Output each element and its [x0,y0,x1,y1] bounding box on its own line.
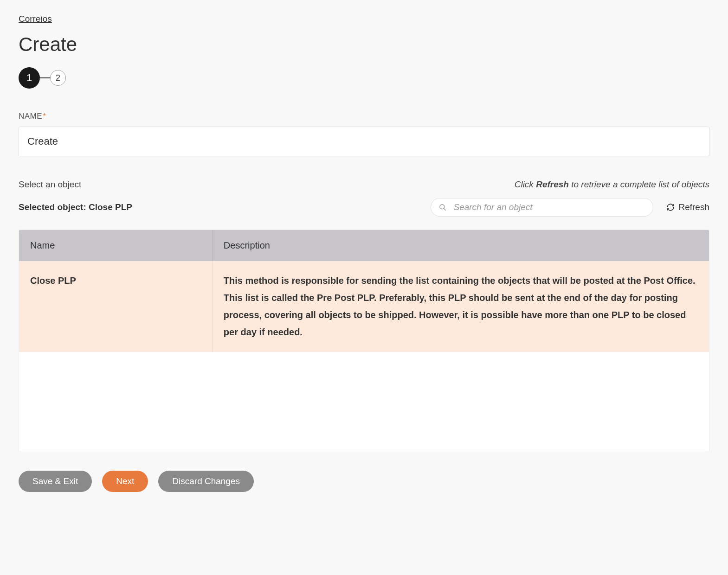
table-row[interactable]: Close PLP This method is responsible for… [19,261,709,352]
svg-point-0 [440,204,445,209]
next-button[interactable]: Next [102,471,148,492]
table-header-description[interactable]: Description [212,230,709,261]
discard-button[interactable]: Discard Changes [158,471,254,492]
hint-suffix: to retrieve a complete list of objects [569,179,709,189]
selected-prefix: Selected object: [19,202,89,212]
search-box[interactable] [431,198,653,217]
object-table: Name Description Close PLP This method i… [19,230,709,352]
refresh-hint: Click Refresh to retrieve a complete lis… [515,179,709,190]
search-input[interactable] [453,202,644,212]
page-title: Create [19,33,709,56]
selected-object-text: Selected object: Close PLP [19,202,132,212]
selected-value: Close PLP [89,202,132,212]
row-name: Close PLP [19,261,212,352]
step-2[interactable]: 2 [50,70,66,86]
name-label-text: NAME [19,112,42,121]
svg-line-1 [444,209,446,211]
object-table-container: Name Description Close PLP This method i… [19,230,709,452]
required-indicator: * [43,112,46,121]
name-input[interactable] [19,127,709,156]
step-1[interactable]: 1 [19,67,40,89]
stepper: 1 2 [19,67,709,89]
breadcrumb-link[interactable]: Correios [19,14,52,24]
step-connector [40,77,50,78]
button-row: Save & Exit Next Discard Changes [19,471,709,492]
table-header-name[interactable]: Name [19,230,212,261]
hint-prefix: Click [515,179,536,189]
refresh-button[interactable]: Refresh [666,202,709,212]
refresh-label: Refresh [678,202,709,212]
save-exit-button[interactable]: Save & Exit [19,471,92,492]
row-description: This method is responsible for sending t… [212,261,709,352]
name-label: NAME* [19,112,709,121]
refresh-icon [666,203,675,211]
hint-bold: Refresh [536,179,569,189]
search-icon [438,203,447,211]
select-object-label: Select an object [19,179,81,190]
